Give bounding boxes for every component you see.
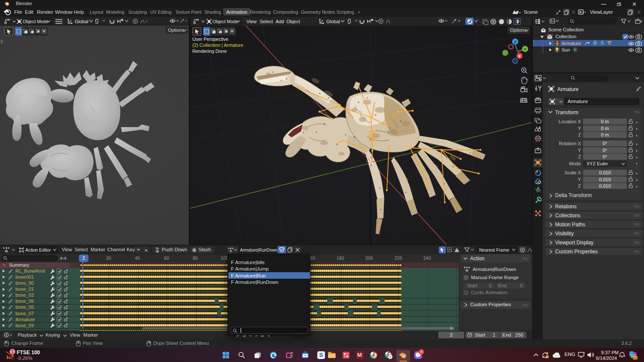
svg-text:X: X bbox=[518, 54, 521, 58]
svg-text:Z: Z bbox=[514, 40, 516, 44]
svg-text:Y: Y bbox=[524, 47, 527, 52]
svg-text:PRE: PRE bbox=[633, 357, 638, 359]
